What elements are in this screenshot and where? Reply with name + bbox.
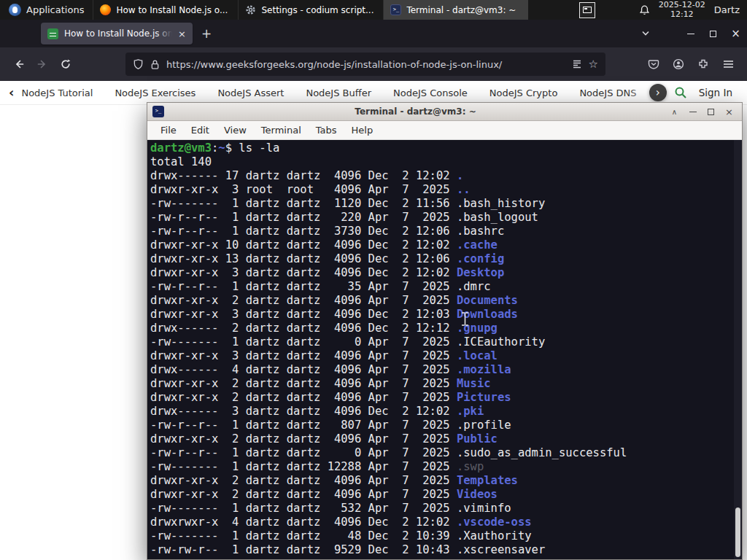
listing-row: drwxr-xr-x 2 dartz dartz 4096 Apr 7 2025… xyxy=(150,488,732,502)
back-arrow-icon xyxy=(13,58,25,70)
prompt-line: dartz@vm3:~$ ls -la xyxy=(150,141,732,155)
listing-row: drwx------ 17 dartz dartz 4096 Dec 2 12:… xyxy=(150,169,732,183)
new-tab-button[interactable]: + xyxy=(201,26,212,41)
browser-tab-bar: How to Install Node.js on × + × xyxy=(0,20,747,47)
clock[interactable]: 2025-12-02 12:12 xyxy=(659,1,705,19)
window-maximize-button[interactable] xyxy=(702,20,724,47)
terminal-menu-item[interactable]: Edit xyxy=(184,121,217,140)
sign-in-link[interactable]: Sign In xyxy=(699,87,732,98)
listing-row: -rw-r--r-- 1 dartz dartz 220 Apr 7 2025 … xyxy=(150,211,732,225)
taskbar-button-terminal[interactable]: >_ Terminal - dartz@vm3: ~ xyxy=(383,0,528,20)
listing-row: -rw-rw-r-- 1 dartz dartz 9529 Dec 2 10:4… xyxy=(150,543,732,557)
firefox-icon xyxy=(100,4,111,15)
browser-window-controls: × xyxy=(679,20,747,47)
terminal-body[interactable]: dartz@vm3:~$ ls -la total 140 drwx------… xyxy=(147,140,742,559)
site-nav-item[interactable]: NodeJS Crypto xyxy=(489,88,558,98)
taskbar-button-label: Settings - codium script... xyxy=(261,5,376,15)
terminal-menubar: FileEditViewTerminalTabsHelp xyxy=(147,121,742,140)
terminal-menu-item[interactable]: Terminal xyxy=(254,121,309,140)
forward-arrow-icon xyxy=(36,58,48,70)
terminal-output: dartz@vm3:~$ ls -la total 140 drwx------… xyxy=(150,141,732,557)
terminal-titlebar[interactable]: >_ Terminal - dartz@vm3: ~ ∧ × xyxy=(147,103,742,121)
search-icon[interactable] xyxy=(674,86,687,99)
terminal-listing: drwx------ 17 dartz dartz 4096 Dec 2 12:… xyxy=(150,169,732,557)
listing-row: drwxr-xr-x 2 dartz dartz 4096 Apr 7 2025… xyxy=(150,432,732,446)
listing-row: -rw-r--r-- 1 dartz dartz 35 Apr 7 2025 .… xyxy=(150,280,732,294)
tray-icon[interactable] xyxy=(579,2,595,18)
terminal-menu-item[interactable]: View xyxy=(217,121,254,140)
listing-row: drwxr-xr-x 2 dartz dartz 4096 Apr 7 2025… xyxy=(150,391,732,405)
listing-row: -rw-r--r-- 1 dartz dartz 3730 Dec 2 12:0… xyxy=(150,225,732,238)
terminal-window-icon[interactable]: >_ xyxy=(152,106,164,117)
applications-label: Applications xyxy=(26,4,84,15)
toolbar-right-icons xyxy=(642,52,740,76)
scrollbar-thumb[interactable] xyxy=(735,508,740,557)
user-menu[interactable]: Dartz xyxy=(714,4,740,15)
reload-button[interactable] xyxy=(54,52,77,76)
listing-row: drwx------ 3 dartz dartz 4096 Dec 2 12:0… xyxy=(150,405,732,419)
address-bar[interactable]: https://www.geeksforgeeks.org/node-js/in… xyxy=(125,52,605,76)
gfg-favicon-icon xyxy=(47,28,58,39)
pocket-icon[interactable] xyxy=(642,52,665,76)
tab-title: How to Install Node.js on xyxy=(64,28,172,39)
panel-tray: 2025-12-02 12:12 Dartz xyxy=(579,0,747,20)
site-nav-item[interactable]: NodeJS Exercises xyxy=(115,88,196,98)
tab-close-icon[interactable]: × xyxy=(178,28,186,39)
terminal-minimize-button[interactable] xyxy=(685,105,700,119)
prompt-user: dartz@vm3 xyxy=(150,141,212,155)
command-text: ls -la xyxy=(239,141,279,155)
url-text[interactable]: https://www.geeksforgeeks.org/node-js/in… xyxy=(166,59,565,70)
account-icon[interactable] xyxy=(667,52,690,76)
distro-logo-icon xyxy=(9,4,21,16)
taskbar-button-label: How to Install Node.js o... xyxy=(116,5,231,15)
terminal-maximize-button[interactable] xyxy=(703,105,719,119)
site-nav-item[interactable]: NodeJS DNS xyxy=(579,88,636,98)
bookmark-star-icon[interactable]: ☆ xyxy=(589,58,598,71)
listing-row: drwxr-xr-x 3 dartz dartz 4096 Apr 7 2025… xyxy=(150,349,732,363)
window-close-button[interactable]: × xyxy=(724,20,747,47)
site-nav-prev-icon[interactable]: ‹ xyxy=(9,86,14,99)
extensions-icon[interactable] xyxy=(692,52,715,76)
taskbar-button-settings[interactable]: Settings - codium script... xyxy=(238,0,383,20)
listing-row: drwx------ 2 dartz dartz 4096 Dec 2 12:1… xyxy=(150,322,732,335)
total-line: total 140 xyxy=(150,155,732,169)
reload-icon xyxy=(60,58,71,70)
terminal-scrollbar[interactable] xyxy=(734,140,742,559)
tab-list-chevron-icon[interactable] xyxy=(641,31,650,36)
listing-row: drwxr-xr-x 2 dartz dartz 4096 Apr 7 2025… xyxy=(150,377,732,391)
listing-row: -rw------- 1 dartz dartz 12288 Apr 7 202… xyxy=(150,460,732,474)
forward-button[interactable] xyxy=(31,52,54,76)
listing-row: drwxr-xr-x 3 dartz dartz 4096 Dec 2 12:0… xyxy=(150,266,732,280)
listing-row: -rw------- 1 dartz dartz 532 Apr 7 2025 … xyxy=(150,502,732,516)
listing-row: drwxr-xr-x 3 root root 4096 Apr 7 2025 .… xyxy=(150,183,732,197)
shield-icon[interactable] xyxy=(133,58,144,70)
terminal-window: >_ Terminal - dartz@vm3: ~ ∧ × FileEditV… xyxy=(147,102,743,560)
site-nav-item[interactable]: NodeJS Console xyxy=(393,88,468,98)
terminal-menu-item[interactable]: Tabs xyxy=(309,121,344,140)
terminal-close-button[interactable]: × xyxy=(721,105,737,119)
listing-row: drwxr-xr-x 13 dartz dartz 4096 Dec 2 12:… xyxy=(150,252,732,266)
reader-mode-icon[interactable] xyxy=(572,59,582,69)
listing-row: drwxr-xr-x 2 dartz dartz 4096 Apr 7 2025… xyxy=(150,294,732,308)
back-button[interactable] xyxy=(7,52,31,76)
browser-tab-active[interactable]: How to Install Node.js on × xyxy=(41,23,193,44)
site-nav-item[interactable]: NodeJS Tutorial xyxy=(21,88,93,98)
bell-icon xyxy=(639,4,650,16)
terminal-menu-item[interactable]: File xyxy=(153,121,184,140)
menu-icon[interactable] xyxy=(716,52,740,76)
top-panel: Applications How to Install Node.js o...… xyxy=(0,0,747,20)
site-nav-item[interactable]: NodeJS Buffer xyxy=(306,88,371,98)
window-minimize-button[interactable] xyxy=(679,20,702,47)
terminal-shade-button[interactable]: ∧ xyxy=(667,105,682,119)
notifications-button[interactable] xyxy=(639,4,650,16)
listing-row: drwxr-xr-x 3 dartz dartz 4096 Dec 2 12:0… xyxy=(150,308,732,322)
site-nav-item[interactable]: NodeJS Assert xyxy=(217,88,284,98)
listing-row: -rw------- 1 dartz dartz 48 Dec 2 10:39 … xyxy=(150,529,732,543)
lock-icon[interactable] xyxy=(150,59,160,70)
taskbar-button-browser[interactable]: How to Install Node.js o... xyxy=(93,0,238,20)
gear-icon xyxy=(245,4,256,15)
site-nav-next-icon[interactable]: › xyxy=(649,84,667,101)
mouse-cursor-ibeam xyxy=(461,312,469,329)
applications-menu[interactable]: Applications xyxy=(0,0,93,20)
terminal-menu-item[interactable]: Help xyxy=(344,121,381,140)
